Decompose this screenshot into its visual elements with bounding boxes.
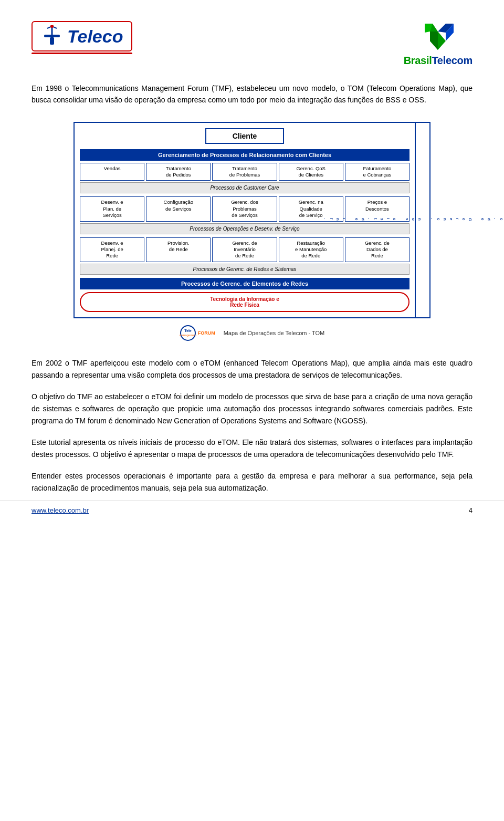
tom-diagram-wrapper: Cliente Gerenciamento de Processos de Re…	[74, 122, 430, 341]
brasil-text: Brasil	[404, 55, 432, 66]
paragraph2: Em 2002 o TMF aperfeiçoou este modelo co…	[32, 357, 472, 381]
box-vendas: Vendas	[80, 163, 144, 181]
tm-forum-icon: Tele Management	[180, 325, 196, 341]
diagram-caption: Mapa de Operações de Telecom - TOM	[224, 330, 325, 336]
row4-section: Processos de Gerenc. de Elementos de Red…	[80, 278, 410, 289]
teleco-icon	[41, 25, 63, 47]
box-desenv-plan-servicos: Desenv. ePlan. deServiços	[80, 196, 144, 221]
row4-header: Processos de Gerenc. de Elementos de Red…	[80, 278, 410, 289]
intro-paragraph: Em 1998 o Telecommunications Management …	[32, 82, 472, 106]
row1-boxes: Vendas Tratamentode Pedidos Tratamentode…	[80, 163, 410, 181]
row1-sub: Processos de Customer Care	[80, 182, 410, 193]
box-gerenc-qos: Gerenc. QoSde Clientes	[279, 163, 343, 181]
telecom-text: Telecom	[432, 55, 472, 66]
svg-point-3	[50, 25, 54, 28]
side-label: proc.deGerenc.nossist.deInf.	[416, 122, 430, 318]
forum-text: FORUM	[198, 330, 215, 336]
cliente-box: Cliente	[205, 128, 285, 144]
box-faturamento: Faturamentoe Cobranças	[345, 163, 410, 181]
box-gerenc-inventario: Gerenc. deInventáriode Rede	[212, 237, 277, 262]
tom-diagram-main: Cliente Gerenciamento de Processos de Re…	[74, 122, 416, 318]
svg-text:Management: Management	[180, 334, 196, 337]
footer-page-number: 4	[469, 506, 472, 514]
box-tratamento-pedidos: Tratamentode Pedidos	[146, 163, 211, 181]
brasil-telecom-icon	[419, 21, 456, 53]
row3-sub: Processos de Gerenc. de Redes e Sistemas	[80, 264, 410, 275]
svg-point-12	[181, 326, 195, 340]
box-desenv-planej-rede: Desenv. ePlanej. deRede	[80, 237, 144, 262]
box-configuracao-servicos: Configuraçãode Serviços	[146, 196, 211, 221]
cliente-section: Cliente	[80, 128, 410, 144]
box-tratamento-problemas: Tratamentode Problemas	[212, 163, 277, 181]
row3-section: Desenv. ePlanej. deRede Provision.de Red…	[80, 237, 410, 275]
row3-boxes: Desenv. ePlanej. deRede Provision.de Red…	[80, 237, 410, 262]
teleco-logo-text: Teleco	[67, 26, 123, 47]
box-restauracao: Restauraçãoe Manutençãode Rede	[279, 237, 343, 262]
paragraph3: O objetivo do TMF ao estabelecer o eTOM …	[32, 391, 472, 427]
tm-forum-logo: Tele Management FORUM	[180, 325, 215, 341]
tom-diagram-outer: Cliente Gerenciamento de Processos de Re…	[74, 122, 430, 318]
row2-boxes: Desenv. ePlan. deServiços Configuraçãode…	[80, 196, 410, 221]
row2-sub: Processos de Operações e Desenv. de Serv…	[80, 223, 410, 234]
svg-text:Tele: Tele	[184, 329, 192, 332]
box-gerenc-dados: Gerenc. deDados deRede	[345, 237, 410, 262]
box-provision-rede: Provision.de Rede	[146, 237, 211, 262]
row1-section: Gerenciamento de Processos de Relacionam…	[80, 149, 410, 194]
brasil-telecom-logo: BrasilTelecom	[404, 21, 472, 67]
diagram-footer: Tele Management FORUM Mapa de Operações …	[74, 325, 430, 341]
brasil-telecom-text: BrasilTelecom	[404, 55, 472, 67]
tom-diagram-container: Cliente Gerenciamento de Processos de Re…	[32, 122, 472, 341]
paragraph5: Entender estes processos operacionais é …	[32, 470, 472, 494]
svg-rect-4	[44, 35, 60, 37]
row1-header: Gerenciamento de Processos de Relacionam…	[80, 149, 410, 161]
box-gerenc-qualidade: Gerenc. naQualidadede Serviço	[279, 196, 343, 221]
svg-rect-5	[50, 37, 54, 45]
svg-marker-11	[430, 32, 438, 50]
teleco-logo: Teleco	[32, 21, 132, 54]
page-footer: www.teleco.com.br 4	[0, 501, 504, 514]
row5-section: Tecnologia da Informação eRede Física	[80, 292, 410, 312]
row2-section: Desenv. ePlan. deServiços Configuraçãode…	[80, 196, 410, 234]
box-precos-descontos: Preços eDescontos	[345, 196, 410, 221]
footer-link[interactable]: www.teleco.com.br	[32, 506, 89, 514]
page-header: Teleco BrasilTelecom	[32, 21, 472, 67]
box-gerenc-problemas-servicos: Gerenc. dosProblemasde Serviços	[212, 196, 277, 221]
paragraph4: Este tutorial apresenta os níveis inicia…	[32, 437, 472, 461]
